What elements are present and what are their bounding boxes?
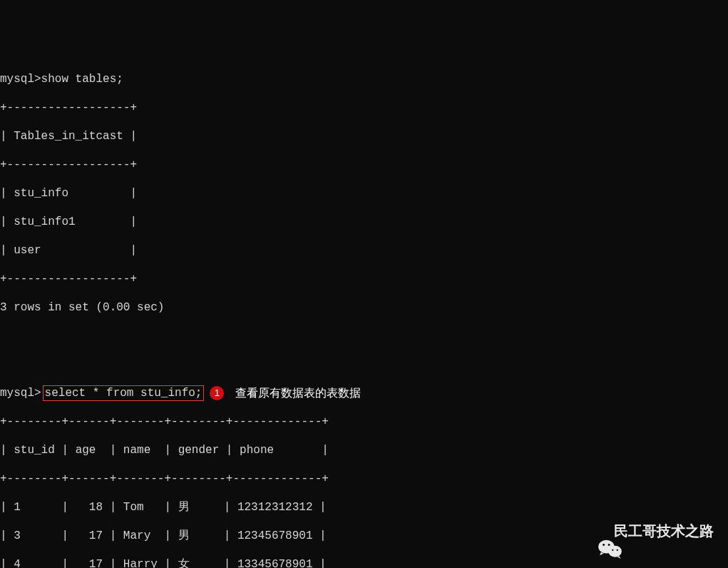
- cell: 12345678901: [237, 529, 313, 543]
- col-header: gender: [178, 443, 220, 457]
- watermark-text: 民工哥技术之路: [614, 522, 714, 540]
- ascii-border: +------------------+: [0, 158, 728, 172]
- cell: 男: [178, 529, 190, 543]
- cmd-text: show tables;: [41, 72, 123, 86]
- col-header: stu_id: [14, 443, 55, 457]
- table-row: | stu_info1 |: [0, 215, 728, 229]
- tables-header-row: | Tables_in_itcast |: [0, 129, 728, 143]
- cell: 4: [14, 557, 21, 568]
- cell: 13345678901: [237, 557, 313, 568]
- ascii-border: +--------+------+-------+--------+------…: [0, 472, 728, 486]
- table-name: stu_info: [14, 186, 68, 201]
- result-line: 3 rows in set (0.00 sec): [0, 300, 728, 315]
- svg-point-1: [608, 546, 622, 557]
- step-badge-1: 1: [210, 386, 224, 400]
- svg-point-3: [608, 544, 610, 546]
- table-name: stu_info1: [14, 215, 75, 229]
- tables-header: Tables_in_itcast: [14, 129, 123, 143]
- svg-point-4: [612, 549, 613, 551]
- mysql-prompt: mysql>: [0, 72, 41, 86]
- cell: 12312312312: [237, 500, 313, 514]
- ascii-border: +------------------+: [0, 101, 728, 115]
- cell: 女: [178, 557, 190, 568]
- cell: 17: [89, 557, 103, 568]
- table-row: | 4 | 17 | Harry | 女 | 13345678901 |: [0, 557, 728, 568]
- cell: 17: [89, 529, 103, 543]
- col-header: age: [76, 443, 96, 457]
- col-header: name: [123, 443, 150, 457]
- col-header: phone: [240, 443, 274, 457]
- cell: 1: [14, 500, 21, 514]
- table-row: | stu_info |: [0, 186, 728, 201]
- watermark: 民工哥技术之路: [583, 521, 714, 541]
- cell: Mary: [123, 529, 150, 543]
- cmd-line-step1[interactable]: mysql> select * from stu_info;1查看原有数据表的表…: [0, 386, 728, 400]
- annotation-1: 查看原有数据表的表数据: [231, 385, 365, 402]
- cmd-line-show-tables[interactable]: mysql> show tables;: [0, 72, 728, 86]
- table-name: user: [14, 243, 41, 258]
- cell: 3: [14, 529, 21, 543]
- cell: 男: [178, 500, 190, 514]
- table-row: | 1 | 18 | Tom | 男 | 12312312312 |: [0, 500, 728, 514]
- cell: 18: [89, 500, 103, 514]
- svg-point-2: [603, 544, 605, 546]
- wechat-icon: [583, 521, 607, 541]
- svg-point-5: [617, 549, 618, 551]
- ascii-border: +------------------+: [0, 272, 728, 286]
- blank-line: [0, 329, 728, 343]
- table-header-row: | stu_id | age | name | gender | phone |: [0, 443, 728, 457]
- cell: Harry: [123, 557, 158, 568]
- table-row: | user |: [0, 243, 728, 258]
- highlighted-cmd: select * from stu_info;: [43, 385, 205, 401]
- cell: Tom: [123, 500, 144, 514]
- mysql-prompt: mysql>: [0, 386, 41, 400]
- ascii-border: +--------+------+-------+--------+------…: [0, 415, 728, 429]
